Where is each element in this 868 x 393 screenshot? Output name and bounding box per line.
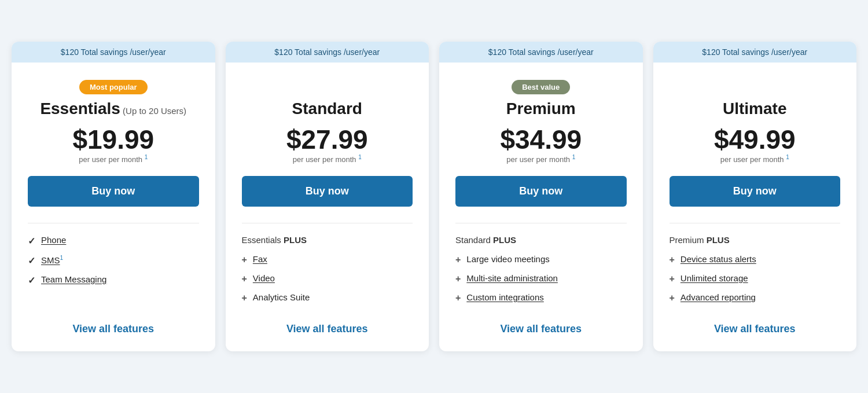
feature-item-standard-1: +Video <box>242 273 413 284</box>
feature-icon-plus: + <box>455 255 461 265</box>
feature-link-standard-1[interactable]: Video <box>253 273 275 283</box>
feature-link-ultimate-1[interactable]: Unlimited storage <box>681 273 748 283</box>
feature-text-essentials-1: SMS1 <box>41 255 63 265</box>
savings-banner-ultimate: $120 Total savings /user/year <box>653 42 857 63</box>
plan-price-essentials: $19.99 <box>28 126 199 153</box>
divider-standard <box>242 223 413 223</box>
feature-text-essentials-2: Team Messaging <box>41 274 106 284</box>
feature-item-essentials-1: ✓SMS1 <box>28 255 199 266</box>
feature-list-ultimate: +Device status alerts+Unlimited storage+… <box>670 254 841 311</box>
feature-text-premium-0: Large video meetings <box>466 254 549 264</box>
badge-row-essentials: Most popular <box>28 76 199 97</box>
badge-essentials: Most popular <box>79 80 148 94</box>
plan-body-standard: Standard$27.99per user per month 1Buy no… <box>226 63 429 351</box>
savings-banner-standard: $120 Total savings /user/year <box>226 42 429 63</box>
plan-name-premium: Premium <box>455 100 627 118</box>
plus-label-premium: Standard PLUS <box>455 235 627 245</box>
feature-item-standard-0: +Fax <box>242 254 413 265</box>
feature-text-premium-2: Custom integrations <box>466 292 543 302</box>
feature-icon-check: ✓ <box>28 275 35 286</box>
price-note-ultimate: per user per month 1 <box>670 154 841 164</box>
feature-icon-plus: + <box>242 255 247 265</box>
plus-label-ultimate: Premium PLUS <box>670 235 841 245</box>
feature-text-premium-1: Multi-site administration <box>466 273 558 283</box>
plan-body-ultimate: Ultimate$49.99per user per month 1Buy no… <box>653 63 857 351</box>
buy-button-premium[interactable]: Buy now <box>455 176 627 207</box>
feature-list-standard: +Fax+Video+Analytics Suite <box>242 254 413 311</box>
feature-item-premium-1: +Multi-site administration <box>455 273 627 284</box>
plan-card-standard: $120 Total savings /user/yearStandard$27… <box>226 42 429 351</box>
feature-icon-plus: + <box>670 293 675 303</box>
divider-ultimate <box>670 223 841 223</box>
feature-link-premium-2[interactable]: Custom integrations <box>466 292 543 302</box>
feature-text-ultimate-1: Unlimited storage <box>681 273 748 283</box>
feature-icon-check: ✓ <box>28 255 35 266</box>
plan-name-sub-essentials: (Up to 20 Users) <box>120 106 186 116</box>
buy-button-essentials[interactable]: Buy now <box>28 176 199 207</box>
feature-icon-plus: + <box>242 293 247 303</box>
feature-item-premium-0: +Large video meetings <box>455 254 627 265</box>
feature-icon-plus: + <box>670 274 675 284</box>
feature-icon-plus: + <box>670 255 675 265</box>
price-note-premium: per user per month 1 <box>455 154 627 164</box>
feature-icon-plus: + <box>242 274 247 284</box>
view-all-standard[interactable]: View all features <box>242 323 413 335</box>
price-note-essentials: per user per month 1 <box>28 154 199 164</box>
savings-banner-premium: $120 Total savings /user/year <box>439 42 643 63</box>
feature-link-essentials-2[interactable]: Team Messaging <box>41 274 106 284</box>
badge-premium: Best value <box>512 80 570 94</box>
badge-row-standard <box>242 76 413 97</box>
feature-list-premium: +Large video meetings+Multi-site adminis… <box>455 254 627 311</box>
view-all-premium[interactable]: View all features <box>455 323 627 335</box>
plan-name-standard: Standard <box>242 100 413 118</box>
savings-banner-essentials: $120 Total savings /user/year <box>12 42 215 63</box>
divider-premium <box>455 223 627 223</box>
feature-text-ultimate-0: Device status alerts <box>681 254 756 264</box>
feature-text-standard-1: Video <box>253 273 275 283</box>
plus-label-standard: Essentials PLUS <box>242 235 413 245</box>
view-all-ultimate[interactable]: View all features <box>670 323 841 335</box>
plan-card-premium: $120 Total savings /user/yearBest valueP… <box>439 42 643 351</box>
feature-link-ultimate-2[interactable]: Advanced reporting <box>681 292 756 302</box>
feature-item-ultimate-1: +Unlimited storage <box>670 273 841 284</box>
feature-item-premium-2: +Custom integrations <box>455 292 627 303</box>
feature-link-premium-1[interactable]: Multi-site administration <box>466 273 558 283</box>
feature-text-essentials-0: Phone <box>41 235 66 245</box>
feature-icon-plus: + <box>455 293 461 303</box>
buy-button-standard[interactable]: Buy now <box>242 176 413 207</box>
price-note-standard: per user per month 1 <box>242 154 413 164</box>
feature-text-standard-2: Analytics Suite <box>253 292 310 302</box>
plan-price-ultimate: $49.99 <box>670 126 841 153</box>
feature-item-ultimate-0: +Device status alerts <box>670 254 841 265</box>
feature-link-essentials-0[interactable]: Phone <box>41 235 66 245</box>
badge-row-ultimate <box>670 76 841 97</box>
plan-price-premium: $34.99 <box>455 126 627 153</box>
feature-link-standard-0[interactable]: Fax <box>253 254 267 264</box>
feature-text-standard-0: Fax <box>253 254 267 264</box>
buy-button-ultimate[interactable]: Buy now <box>670 176 841 207</box>
view-all-essentials[interactable]: View all features <box>28 323 199 335</box>
plan-body-essentials: Most popularEssentials (Up to 20 Users)$… <box>12 63 215 351</box>
feature-text-ultimate-2: Advanced reporting <box>681 292 756 302</box>
badge-row-premium: Best value <box>455 76 627 97</box>
feature-item-essentials-2: ✓Team Messaging <box>28 274 199 286</box>
plan-card-essentials: $120 Total savings /user/yearMost popula… <box>12 42 215 351</box>
feature-icon-check: ✓ <box>28 236 35 247</box>
feature-link-essentials-1[interactable]: SMS <box>41 255 60 265</box>
feature-list-essentials: ✓Phone✓SMS1✓Team Messaging <box>28 235 199 311</box>
divider-essentials <box>28 223 199 223</box>
feature-icon-plus: + <box>455 274 461 284</box>
plan-name-ultimate: Ultimate <box>670 100 841 118</box>
feature-item-standard-2: +Analytics Suite <box>242 292 413 303</box>
plan-body-premium: Best valuePremium$34.99per user per mont… <box>439 63 643 351</box>
feature-link-ultimate-0[interactable]: Device status alerts <box>681 254 756 264</box>
plan-price-standard: $27.99 <box>242 126 413 153</box>
plan-card-ultimate: $120 Total savings /user/yearUltimate$49… <box>653 42 857 351</box>
feature-item-essentials-0: ✓Phone <box>28 235 199 247</box>
pricing-grid: $120 Total savings /user/yearMost popula… <box>12 42 856 351</box>
feature-item-ultimate-2: +Advanced reporting <box>670 292 841 303</box>
plan-name-essentials: Essentials (Up to 20 Users) <box>28 100 199 118</box>
